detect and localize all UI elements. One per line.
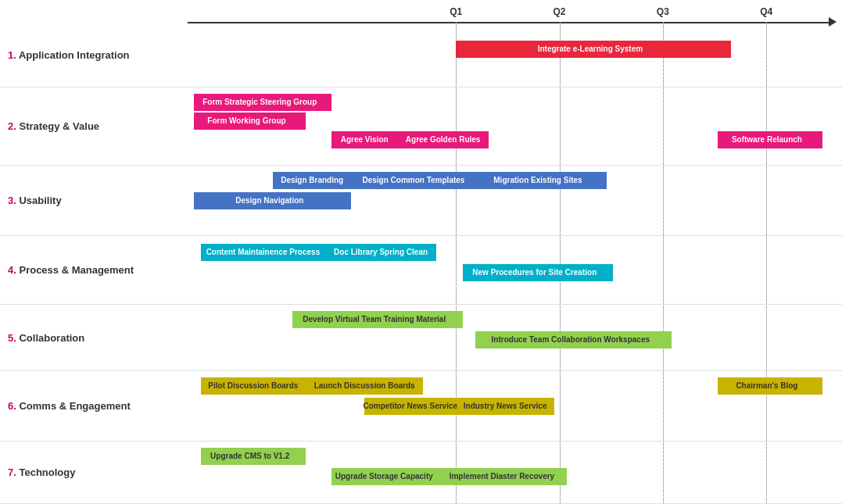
row-process: 4. Process & Management Content Maintain… [0,236,842,305]
bar-steering: Form Strategic Steering Group [194,94,331,111]
row-label-process: 4. Process & Management [0,258,188,282]
row-chart-usability: Design Branding Design Common Templates … [188,166,842,236]
row-chart-technology: Upgrade CMS to V1.2 Upgrade Storage Capa… [188,441,842,504]
bar-implement-recovery: Implement Diaster Recovery [442,468,567,485]
row-label-app-integration: 1. Application Integration [0,43,188,67]
row-comms: 6. Comms & Engagement Pilot Discussion B… [0,371,842,441]
bar-virtual-training: Develop Virtual Team Training Material [292,311,463,328]
row-usability: 3. Usability Design Branding Design Comm… [0,166,842,236]
row-collaboration: 5. Collaboration Develop Virtual Team Tr… [0,305,842,371]
bar-agree-vision: Agree Vision [331,131,403,148]
bar-elearning: Integrate e-Learning System [456,41,731,58]
bar-navigation: Design Navigation [194,192,351,209]
bar-upgrade-storage: Upgrade Storage Capacity [331,468,442,485]
row-chart-process: Content Maintainence Process Doc Library… [188,236,842,305]
q3-label: Q3 [657,6,669,17]
q2-label: Q2 [554,6,566,17]
bar-launch-boards: Launch Discussion Boards [312,377,423,395]
bar-working-group: Form Working Group [194,113,305,130]
row-label-comms: 6. Comms & Engagement [0,394,188,418]
bar-industry-news: Industry News Service [463,398,554,415]
row-label-technology: 7. Technology [0,460,188,484]
bar-upgrade-cms: Upgrade CMS to V1.2 [201,448,306,465]
bar-doc-library: Doc Library Spring Clean [331,244,436,261]
bar-golden-rules: Agree Golden Rules [403,131,489,148]
row-chart-collaboration: Develop Virtual Team Training Material I… [188,305,842,371]
bar-chairmans-blog: Chairman's Blog [718,377,822,395]
bar-pilot-boards: Pilot Discussion Boards [201,377,312,395]
bar-new-procedures: New Procedures for Site Creation [463,264,614,281]
bar-common-templates: Design Common Templates [358,172,476,189]
q1-label: Q1 [450,6,462,17]
row-technology: 7. Technology Upgrade CMS to V1.2 Upgrad… [0,441,842,504]
row-chart-strategy: Form Strategic Steering Group Form Worki… [188,88,842,166]
row-strategy: 2. Strategy & Value Form Strategic Steer… [0,88,842,166]
bar-migration: Migration Existing Sites [475,172,606,189]
row-label-usability: 3. Usability [0,188,188,213]
bar-competitor-news: Competitor News Service [364,398,463,415]
bar-software-relaunch: Software Relaunch [718,131,822,148]
q4-label: Q4 [760,6,772,17]
row-label-strategy: 2. Strategy & Value [0,114,188,138]
row-label-collaboration: 5. Collaboration [0,326,188,350]
row-chart-comms: Pilot Discussion Boards Launch Discussio… [188,371,842,441]
bar-design-branding: Design Branding [273,172,358,189]
row-chart-app-integration: Integrate e-Learning System [188,23,842,88]
bar-collaboration-workspaces: Introduce Team Collaboration Workspaces [475,331,672,349]
gantt-container: Q1 Q2 Q3 Q4 1. Application Integration I… [0,0,842,504]
bar-content-maintainence: Content Maintainence Process [201,244,331,261]
row-app-integration: 1. Application Integration Integrate e-L… [0,23,842,88]
